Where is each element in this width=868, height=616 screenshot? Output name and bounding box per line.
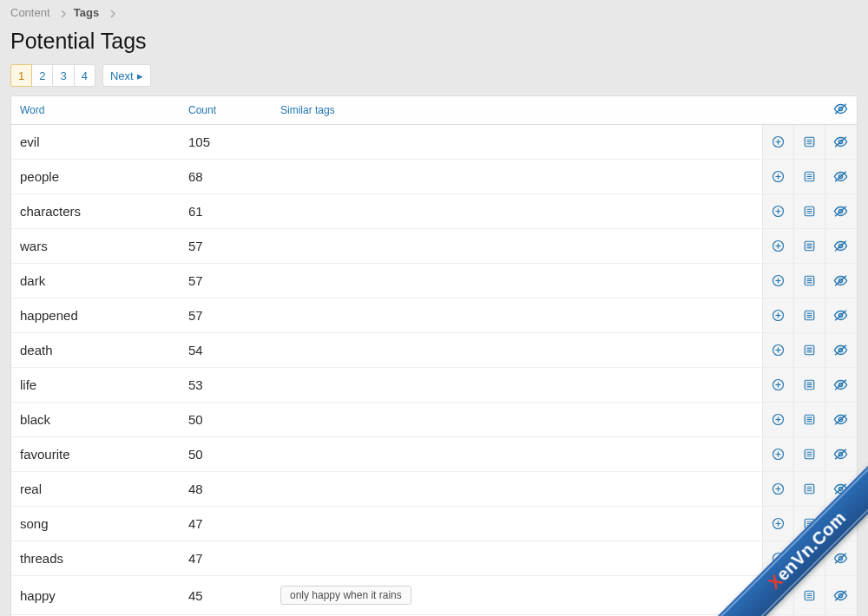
action-hide[interactable] [825, 472, 857, 507]
action-add[interactable] [762, 229, 793, 264]
eye-off-icon [831, 239, 852, 252]
action-list[interactable] [793, 507, 825, 541]
cell-word: black [11, 403, 180, 437]
add-circle-icon [768, 517, 788, 530]
cell-similar [272, 298, 762, 333]
action-list[interactable] [793, 298, 825, 333]
column-header-word[interactable]: Word [11, 96, 180, 125]
cell-count: 48 [180, 472, 272, 507]
action-hide[interactable] [825, 229, 857, 264]
table-row: real48 [11, 472, 857, 507]
cell-word: song [11, 507, 180, 541]
cell-word: people [11, 160, 180, 194]
table-row: black50 [11, 403, 857, 437]
breadcrumb-item-content[interactable]: Content [10, 6, 50, 19]
eye-off-icon [831, 413, 852, 426]
table-row: threads47 [11, 541, 857, 576]
action-add[interactable] [762, 333, 793, 368]
action-add[interactable] [762, 194, 793, 229]
cell-count: 57 [180, 229, 272, 264]
similar-tag-pill[interactable]: only happy when it rains [280, 586, 411, 605]
column-header-count[interactable]: Count [180, 96, 272, 125]
action-list[interactable] [793, 368, 825, 403]
action-hide[interactable] [825, 507, 857, 541]
eye-off-icon [831, 552, 852, 565]
list-icon [799, 413, 819, 426]
action-hide[interactable] [825, 576, 857, 615]
cell-similar [272, 160, 762, 194]
eye-off-icon [831, 589, 852, 602]
action-list[interactable] [793, 125, 825, 160]
action-add[interactable] [762, 472, 793, 507]
cell-count: 47 [180, 507, 272, 541]
action-list[interactable] [793, 229, 825, 264]
action-add[interactable] [762, 125, 793, 160]
action-hide[interactable] [825, 194, 857, 229]
cell-similar [272, 507, 762, 541]
cell-word: happened [11, 298, 180, 333]
table-row: evil105 [11, 125, 857, 160]
action-add[interactable] [762, 541, 793, 576]
action-add[interactable] [762, 437, 793, 472]
action-hide[interactable] [825, 298, 857, 333]
page-link-3[interactable]: 3 [52, 64, 74, 87]
action-add[interactable] [762, 368, 793, 403]
action-add[interactable] [762, 507, 793, 541]
action-add[interactable] [762, 576, 793, 615]
cell-count: 50 [180, 437, 272, 472]
column-header-hide-all[interactable] [825, 96, 857, 125]
action-hide[interactable] [825, 125, 857, 160]
page-next[interactable]: Next▸ [102, 64, 151, 87]
action-add[interactable] [762, 403, 793, 437]
eye-off-icon [831, 448, 852, 461]
add-circle-icon [768, 274, 788, 287]
add-circle-icon [768, 135, 788, 148]
list-icon [799, 344, 819, 357]
action-hide[interactable] [825, 264, 857, 298]
page-link-4[interactable]: 4 [74, 64, 95, 87]
add-circle-icon [768, 482, 788, 495]
add-circle-icon [768, 552, 788, 565]
action-list[interactable] [793, 576, 825, 615]
cell-similar: only happy when it rains [272, 576, 762, 615]
caret-right-icon: ▸ [137, 69, 143, 82]
cell-count: 50 [180, 403, 272, 437]
next-label: Next [110, 69, 134, 82]
eye-off-icon [831, 274, 852, 287]
cell-count: 54 [180, 333, 272, 368]
cell-word: wars [11, 229, 180, 264]
cell-word: characters [11, 194, 180, 229]
add-circle-icon [768, 378, 788, 391]
action-list[interactable] [793, 264, 825, 298]
action-hide[interactable] [825, 160, 857, 194]
action-add[interactable] [762, 264, 793, 298]
add-circle-icon [768, 239, 788, 252]
action-add[interactable] [762, 160, 793, 194]
action-hide[interactable] [825, 403, 857, 437]
list-icon [799, 205, 819, 218]
chevron-right-icon [109, 6, 116, 19]
cell-word: favourite [11, 437, 180, 472]
action-hide[interactable] [825, 437, 857, 472]
action-list[interactable] [793, 437, 825, 472]
action-list[interactable] [793, 333, 825, 368]
action-hide[interactable] [825, 541, 857, 576]
action-list[interactable] [793, 194, 825, 229]
action-add[interactable] [762, 298, 793, 333]
action-list[interactable] [793, 403, 825, 437]
action-hide[interactable] [825, 333, 857, 368]
page-link-2[interactable]: 2 [31, 64, 53, 87]
cell-count: 45 [180, 576, 272, 615]
action-hide[interactable] [825, 368, 857, 403]
cell-similar [272, 403, 762, 437]
page-link-1[interactable]: 1 [10, 64, 32, 87]
action-list[interactable] [793, 160, 825, 194]
action-list[interactable] [793, 541, 825, 576]
list-icon [799, 135, 819, 148]
list-icon [799, 170, 819, 183]
column-header-similar[interactable]: Similar tags [272, 96, 762, 125]
action-list[interactable] [793, 472, 825, 507]
breadcrumb-item-tags[interactable]: Tags [74, 6, 99, 19]
cell-count: 68 [180, 160, 272, 194]
cell-word: dark [11, 264, 180, 298]
